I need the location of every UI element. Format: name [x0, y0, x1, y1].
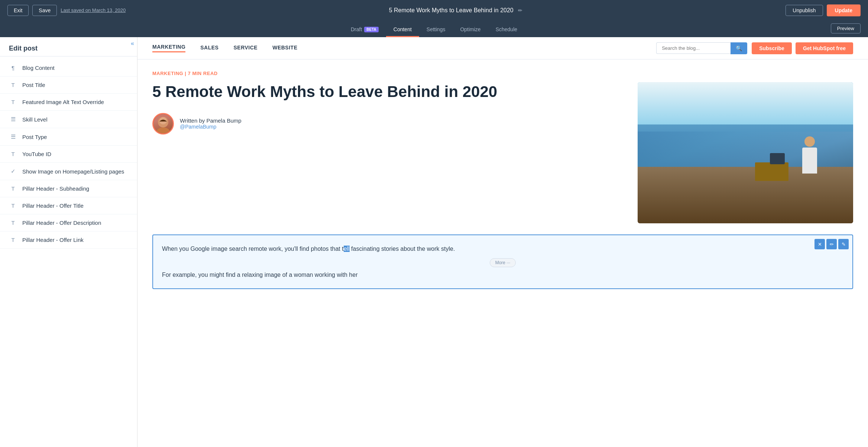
nav-tabs: Draft BETA Content Settings Optimize Sch…: [0, 20, 868, 37]
article-paragraph-2: For example, you might find a relaxing i…: [162, 270, 843, 280]
pillar-offer-link-icon: T: [9, 237, 17, 243]
sidebar-item-skill-level[interactable]: ☰ Skill Level: [0, 111, 137, 128]
edit2-content-button[interactable]: ✎: [838, 239, 849, 249]
get-hubspot-button[interactable]: Get HubSpot free: [796, 42, 853, 54]
avatar-image: [153, 114, 173, 133]
show-image-icon: ✓: [9, 168, 17, 175]
save-button[interactable]: Save: [32, 5, 57, 16]
scene-laptop: [770, 153, 785, 164]
last-saved-label: Last saved on March 13, 2020: [61, 7, 126, 13]
blog-featured-image: [638, 82, 853, 223]
scene-figure: [799, 136, 821, 181]
sidebar-item-label: Pillar Header - Offer Title: [22, 203, 84, 209]
close-content-button[interactable]: ✕: [814, 239, 825, 249]
tab-optimize[interactable]: Optimize: [453, 23, 488, 37]
search-input[interactable]: [656, 42, 731, 54]
sidebar-item-blog-content[interactable]: ¶ Blog Content: [0, 59, 137, 77]
page-title: 5 Remote Work Myths to Leave Behind in 2…: [389, 7, 514, 14]
top-bar-center: 5 Remote Work Myths to Leave Behind in 2…: [126, 7, 786, 14]
main-layout: « Edit post ¶ Blog Content T Post Title …: [0, 37, 868, 447]
sidebar-item-pillar-offer-title[interactable]: T Pillar Header - Offer Title: [0, 197, 137, 214]
sidebar-item-pillar-subheading[interactable]: T Pillar Header - Subheading: [0, 180, 137, 197]
scene-desk: [755, 162, 788, 181]
blog-hero: 5 Remote Work Myths to Leave Behind in 2…: [152, 82, 853, 223]
article-content-box: ✕ ✏ ✎ When you Google image search remot…: [152, 234, 853, 289]
edit-title-icon[interactable]: ✏: [518, 7, 522, 13]
author-name: Written by Pamela Bump: [180, 117, 242, 124]
sidebar-item-pillar-offer-desc[interactable]: T Pillar Header - Offer Description: [0, 214, 137, 231]
scene-rocks: [638, 167, 853, 223]
more-button[interactable]: More ···: [490, 258, 516, 267]
sidebar-item-label: Post Type: [22, 134, 47, 140]
skill-level-icon: ☰: [9, 116, 17, 123]
sidebar-collapse-icon[interactable]: «: [131, 40, 134, 47]
content-area: MARKETING SALES SERVICE WEBSITE 🔍 Subscr…: [137, 37, 868, 447]
figure-body: [802, 148, 817, 174]
pillar-subheading-icon: T: [9, 185, 17, 192]
svg-point-1: [156, 127, 170, 133]
blog-nav-website[interactable]: WEBSITE: [272, 45, 297, 52]
top-bar-left: Exit Save Last saved on March 13, 2020: [7, 5, 126, 16]
sidebar-item-label: Pillar Header - Offer Description: [22, 220, 101, 226]
edit-content-button[interactable]: ✏: [826, 239, 837, 249]
sidebar-item-label: Blog Content: [22, 65, 55, 71]
author-handle[interactable]: @PamelaBump: [180, 124, 242, 130]
figure-head: [804, 136, 815, 147]
article-paragraph-1: When you Google image search remote work…: [162, 244, 843, 254]
sidebar-title: Edit post: [0, 37, 137, 56]
preview-button[interactable]: Preview: [831, 23, 861, 33]
blog-left: 5 Remote Work Myths to Leave Behind in 2…: [152, 82, 626, 135]
author-info: Written by Pamela Bump @PamelaBump: [180, 117, 242, 130]
blog-nav: MARKETING SALES SERVICE WEBSITE 🔍 Subscr…: [137, 37, 868, 59]
exit-button[interactable]: Exit: [7, 5, 29, 16]
blog-nav-marketing[interactable]: MARKETING: [152, 44, 185, 52]
sidebar-item-label: Post Title: [22, 82, 45, 88]
blog-meta: MARKETING | 7 MIN READ: [152, 71, 853, 76]
blog-body: MARKETING | 7 MIN READ 5 Remote Work Myt…: [137, 59, 868, 300]
sidebar-item-label: YouTube ID: [22, 151, 51, 157]
sidebar-item-label: Pillar Header - Subheading: [22, 185, 89, 192]
youtube-id-icon: T: [9, 151, 17, 157]
unpublish-button[interactable]: Unpublish: [786, 5, 823, 16]
sidebar-item-featured-image-alt[interactable]: T Featured Image Alt Text Override: [0, 94, 137, 111]
tab-content[interactable]: Content: [386, 23, 419, 37]
sidebar-item-show-image[interactable]: ✓ Show Image on Homepage/Listing pages: [0, 163, 137, 180]
sidebar: « Edit post ¶ Blog Content T Post Title …: [0, 37, 137, 447]
preview-wrapper: Preview: [831, 23, 861, 33]
top-bar-right: Unpublish Update: [786, 4, 861, 16]
sidebar-item-post-type[interactable]: ☰ Post Type: [0, 128, 137, 146]
tab-settings[interactable]: Settings: [419, 23, 453, 37]
sidebar-item-pillar-offer-link[interactable]: T Pillar Header - Offer Link: [0, 231, 137, 249]
blog-content-icon: ¶: [9, 65, 17, 71]
pillar-offer-title-icon: T: [9, 203, 17, 209]
sidebar-item-label: Skill Level: [22, 116, 48, 123]
pillar-offer-desc-icon: T: [9, 220, 17, 226]
update-button[interactable]: Update: [827, 4, 861, 16]
blog-title: 5 Remote Work Myths to Leave Behind in 2…: [152, 82, 626, 102]
tab-schedule[interactable]: Schedule: [488, 23, 525, 37]
blog-nav-service[interactable]: SERVICE: [233, 45, 258, 52]
search-button[interactable]: 🔍: [731, 42, 747, 54]
post-title-icon: T: [9, 82, 17, 88]
blog-nav-sales[interactable]: SALES: [200, 45, 218, 52]
article-text-highlighted: When you Google image search remote work…: [162, 246, 344, 252]
sidebar-item-youtube-id[interactable]: T YouTube ID: [0, 146, 137, 163]
sidebar-item-post-title[interactable]: T Post Title: [0, 77, 137, 94]
top-bar: Exit Save Last saved on March 13, 2020 5…: [0, 0, 868, 20]
article-actions: ✕ ✏ ✎: [814, 239, 849, 249]
sidebar-item-label: Show Image on Homepage/Listing pages: [22, 168, 124, 175]
featured-image-alt-icon: T: [9, 99, 17, 105]
subscribe-button[interactable]: Subscribe: [752, 42, 792, 54]
blog-search: 🔍 Subscribe Get HubSpot free: [656, 42, 853, 54]
beta-badge: BETA: [364, 27, 378, 32]
blog-author: Written by Pamela Bump @PamelaBump: [152, 113, 626, 135]
sidebar-item-label: Featured Image Alt Text Override: [22, 99, 104, 105]
tab-draft[interactable]: Draft BETA: [343, 23, 386, 37]
avatar: [152, 113, 174, 135]
sidebar-item-label: Pillar Header - Offer Link: [22, 237, 84, 243]
sidebar-divider: [0, 56, 137, 56]
post-type-icon: ☰: [9, 133, 17, 140]
